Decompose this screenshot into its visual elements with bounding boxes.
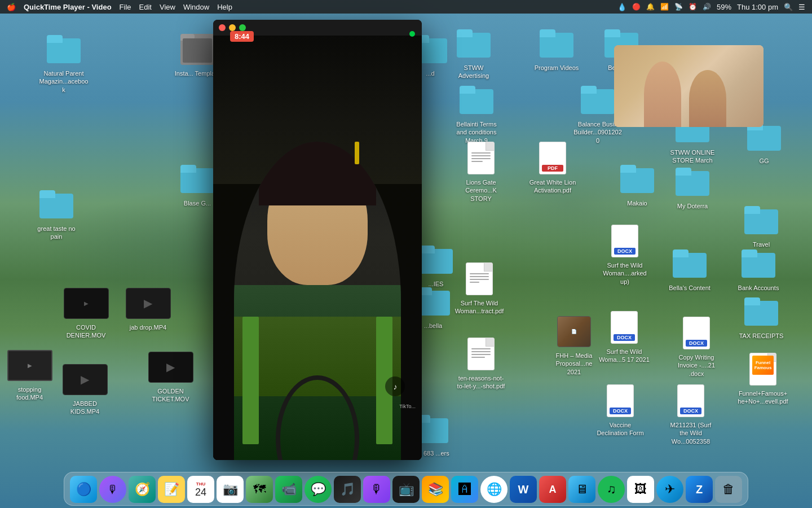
search-icon[interactable]: 🔍 bbox=[784, 3, 793, 11]
desktop-icon-tax-receipts[interactable]: TAX RECEIPTS bbox=[736, 294, 787, 340]
notification-icon[interactable]: 🔔 bbox=[646, 3, 655, 11]
desktop-icon-stopping-food[interactable]: ▶ stopping food.MP4 bbox=[6, 347, 54, 402]
menubar: 🍎 QuickTime Player - Video File Edit Vie… bbox=[0, 0, 812, 14]
menu-help[interactable]: Help bbox=[217, 3, 232, 11]
desktop-icon-great-white-lion[interactable]: PDF Great White Lion Activation.pdf bbox=[527, 140, 578, 195]
dock-item-finder[interactable]: 🔵 bbox=[70, 476, 97, 503]
desktop-icon-great-taste[interactable]: great taste no pain bbox=[31, 186, 82, 241]
desktop-icon-funnel-famous[interactable]: Funnel Famous Funnel+Famous+he+No+...eve… bbox=[738, 351, 788, 406]
desktop-icon-program-videos[interactable]: Program Videos bbox=[531, 25, 582, 72]
desktop-icon-bank-accounts[interactable]: Bank Accounts bbox=[733, 246, 784, 292]
desktop-icon-surf-17[interactable]: DOCX Surf the Wild Woma...5 17 2021 bbox=[599, 309, 650, 364]
close-button[interactable] bbox=[219, 24, 226, 31]
desktop-icon-surf-tract[interactable]: Surf The Wild Woman...tract.pdf bbox=[454, 261, 505, 316]
dock: 🔵 🎙 🧭 📝 THU 24 📷 🗺 📹 💬 🎵 🎙 📺 📚 🅰 🌐 W A 🖥… bbox=[64, 472, 748, 506]
dock-item-word[interactable]: W bbox=[510, 476, 537, 503]
dock-item-tv[interactable]: 📺 bbox=[392, 476, 420, 503]
desktop-icon-natural-parent[interactable]: Natural Parent Magazin...acebook bbox=[38, 31, 89, 94]
dock-item-facetime[interactable]: 📹 bbox=[275, 476, 302, 503]
bluetooth-icon[interactable]: 📡 bbox=[674, 3, 683, 11]
quicktime-window[interactable]: ♪ TikTo... bbox=[213, 20, 422, 460]
dock-item-photos2[interactable]: 🖼 bbox=[627, 476, 654, 503]
desktop-icon-ten-reasons[interactable]: ten-reasons-not-to-let-y...-shot.pdf bbox=[456, 336, 506, 391]
dock-item-music[interactable]: 🎵 bbox=[334, 476, 361, 503]
desktop: 🍎 QuickTime Player - Video File Edit Vie… bbox=[0, 0, 812, 508]
dock-item-messages[interactable]: 💬 bbox=[304, 476, 332, 503]
dock-item-telegram[interactable]: ✈ bbox=[656, 476, 683, 503]
dock-item-finder2[interactable]: 🖥 bbox=[568, 476, 595, 503]
time-machine-icon[interactable]: ⏰ bbox=[689, 3, 697, 11]
app-name[interactable]: QuickTime Player - Video bbox=[24, 3, 112, 11]
desktop-icon-bellainti-terms[interactable]: Bellainti Terms and conditions March 9 bbox=[451, 82, 502, 144]
datetime-display: Thu 1:00 pm bbox=[737, 3, 778, 11]
desktop-icon-stww-advertising[interactable]: STWW Advertising bbox=[448, 25, 499, 80]
dock-item-spotify[interactable]: ♫ bbox=[598, 476, 625, 503]
dock-item-podcasts[interactable]: 🎙 bbox=[363, 476, 390, 503]
desktop-icon-surf-wild-marked[interactable]: DOCX Surf the Wild Woman....arked up) bbox=[599, 223, 650, 286]
quicktime-video: ♪ TikTo... bbox=[213, 36, 422, 460]
desktop-icon-copy-writing[interactable]: DOCX Copy Writing Invoice -....21 .docx bbox=[671, 315, 722, 378]
menubar-left: 🍎 QuickTime Player - Video File Edit Vie… bbox=[7, 3, 232, 11]
menubar-right: 💧 🔴 🔔 📶 📡 ⏰ 🔊 59% Thu 1:00 pm 🔍 ☰ bbox=[617, 3, 805, 11]
menu-window[interactable]: Window bbox=[183, 3, 209, 11]
dock-item-photos[interactable]: 📷 bbox=[217, 476, 244, 503]
minimize-button[interactable] bbox=[229, 24, 236, 31]
apple-menu[interactable]: 🍎 bbox=[7, 3, 16, 11]
facetime-window[interactable] bbox=[614, 45, 764, 127]
dock-item-safari[interactable]: 🧭 bbox=[129, 476, 156, 503]
recording-indicator bbox=[409, 31, 415, 37]
desktop-icon-my-doterra[interactable]: My Doterra bbox=[667, 164, 718, 210]
desktop-icon-bellas-content[interactable]: Bella's Content bbox=[664, 246, 715, 292]
desktop-icon-golden-ticket[interactable]: ▶ GOLDEN TICKET.MOV bbox=[147, 349, 195, 404]
quicktime-timer: 8:44 bbox=[230, 31, 254, 42]
desktop-icon-makaio[interactable]: Makaio bbox=[612, 161, 663, 207]
dock-item-acrobat[interactable]: A bbox=[539, 476, 566, 503]
desktop-icon-lions-gate[interactable]: Lions Gate Ceremo...K STORY bbox=[456, 140, 506, 203]
dock-item-zoom[interactable]: Z bbox=[686, 476, 713, 503]
desktop-icon-fhh-media[interactable]: 📄 FHH – Media Proposal...ne 2021 bbox=[549, 313, 599, 376]
dock-item-siri[interactable]: 🎙 bbox=[99, 476, 126, 503]
desktop-icon-jab-drop[interactable]: ▶ jab drop.MP4 bbox=[124, 285, 172, 331]
menu-view[interactable]: View bbox=[160, 3, 175, 11]
menu-edit[interactable]: Edit bbox=[139, 3, 152, 11]
dock-item-trash[interactable]: 🗑 bbox=[715, 476, 742, 503]
dock-item-appstore[interactable]: 🅰 bbox=[451, 476, 478, 503]
control-center-icon[interactable]: ☰ bbox=[798, 3, 805, 11]
dock-item-calendar[interactable]: THU 24 bbox=[187, 476, 214, 503]
battery-percentage: 59% bbox=[717, 3, 731, 11]
battery-icon[interactable]: 🔴 bbox=[632, 3, 641, 11]
maximize-button[interactable] bbox=[239, 24, 246, 31]
desktop-icon-travel[interactable]: Travel bbox=[736, 202, 787, 248]
dock-item-maps[interactable]: 🗺 bbox=[246, 476, 273, 503]
dock-item-notes[interactable]: 📝 bbox=[158, 476, 185, 503]
facetime-video bbox=[614, 45, 764, 127]
volume-icon[interactable]: 🔊 bbox=[703, 3, 711, 11]
dock-item-books[interactable]: 📚 bbox=[422, 476, 449, 503]
desktop-icon-jabbed-kids[interactable]: ▶ JABBED KIDS.MP4 bbox=[61, 361, 109, 416]
menu-file[interactable]: File bbox=[120, 3, 131, 11]
wifi-icon[interactable]: 📶 bbox=[660, 3, 669, 11]
desktop-icon-covid-denier[interactable]: ▶ COVID DENIER.MOV bbox=[62, 285, 110, 340]
desktop-icon-m211231[interactable]: DOCX M211231 (Surf the Wild Wo...0052358 bbox=[665, 383, 716, 445]
dropbox-icon[interactable]: 💧 bbox=[617, 3, 626, 11]
desktop-icon-vaccine-decl[interactable]: DOCX Vaccine Declination Form bbox=[595, 383, 646, 437]
dock-item-chrome[interactable]: 🌐 bbox=[480, 476, 508, 503]
